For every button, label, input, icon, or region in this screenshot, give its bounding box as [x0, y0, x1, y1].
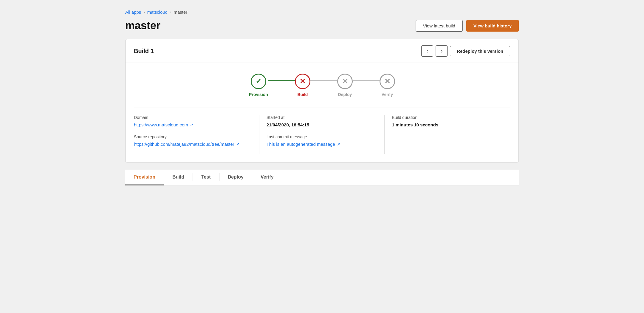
- page-title: master: [125, 19, 160, 32]
- info-grid: Domain https://www.matscloud.com ↗ Sourc…: [134, 108, 510, 154]
- domain-link[interactable]: https://www.matscloud.com ↗: [134, 122, 252, 127]
- duration-col: Build duration 1 minutes 10 seconds: [385, 115, 510, 154]
- domain-external-icon: ↗: [190, 123, 193, 127]
- commit-link[interactable]: This is an autogenerated message ↗: [267, 142, 377, 147]
- started-col: Started at 21/04/2020, 18:54:15 Last com…: [259, 115, 385, 154]
- build-card: Build 1 ‹ › Redeploy this version ✓ Prov…: [125, 39, 519, 162]
- pipeline: ✓ Provision ✕ Build ✕ Deploy ✕: [134, 74, 510, 97]
- card-header-actions: ‹ › Redeploy this version: [421, 45, 510, 57]
- repo-link[interactable]: https://github.com/mateja82/matscloud/tr…: [134, 142, 252, 147]
- step-verify: ✕ Verify: [380, 74, 395, 97]
- connector-1: [268, 80, 295, 81]
- duration-value: 1 minutes 10 seconds: [392, 122, 503, 127]
- card-body: ✓ Provision ✕ Build ✕ Deploy ✕: [126, 63, 518, 162]
- build-circle: ✕: [295, 74, 310, 89]
- commit-label: Last commit message: [267, 134, 377, 139]
- tab-build[interactable]: Build: [164, 170, 193, 185]
- connector-3: [353, 80, 380, 81]
- started-label: Started at: [267, 115, 377, 120]
- breadcrumb: All apps › matscloud › master: [125, 10, 519, 15]
- breadcrumb-all-apps[interactable]: All apps: [125, 10, 141, 15]
- verify-circle: ✕: [380, 74, 395, 89]
- step-deploy: ✕ Deploy: [337, 74, 353, 97]
- build-label: Build: [297, 92, 308, 97]
- provision-circle: ✓: [251, 74, 266, 89]
- breadcrumb-sep-2: ›: [170, 10, 171, 14]
- breadcrumb-branch: master: [174, 10, 187, 15]
- duration-label: Build duration: [392, 115, 503, 120]
- tab-test[interactable]: Test: [193, 170, 219, 185]
- provision-label: Provision: [249, 92, 268, 97]
- domain-label: Domain: [134, 115, 252, 120]
- verify-label: Verify: [382, 92, 393, 97]
- tabs-bar: Provision Build Test Deploy Verify: [125, 170, 519, 185]
- build-title: Build 1: [134, 48, 154, 55]
- repo-external-icon: ↗: [236, 142, 239, 146]
- deploy-circle: ✕: [337, 74, 353, 89]
- page-header: master View latest build View build hist…: [125, 19, 519, 32]
- commit-external-icon: ↗: [337, 142, 340, 146]
- repo-url-text: https://github.com/mateja82/matscloud/tr…: [134, 142, 234, 147]
- domain-col: Domain https://www.matscloud.com ↗ Sourc…: [134, 115, 259, 154]
- repo-label: Source repository: [134, 134, 252, 139]
- breadcrumb-app-name[interactable]: matscloud: [147, 10, 168, 15]
- step-build: ✕ Build: [295, 74, 310, 97]
- breadcrumb-sep-1: ›: [143, 10, 145, 14]
- view-build-history-button[interactable]: View build history: [466, 20, 519, 32]
- view-latest-build-button[interactable]: View latest build: [416, 20, 463, 32]
- step-provision: ✓ Provision: [249, 74, 268, 97]
- card-header: Build 1 ‹ › Redeploy this version: [126, 39, 518, 63]
- redeploy-button[interactable]: Redeploy this version: [450, 46, 510, 56]
- started-value: 21/04/2020, 18:54:15: [267, 122, 377, 127]
- connector-2: [310, 80, 337, 81]
- prev-build-button[interactable]: ‹: [421, 45, 433, 57]
- tab-provision[interactable]: Provision: [125, 170, 164, 185]
- header-actions: View latest build View build history: [416, 20, 519, 32]
- commit-text: This is an autogenerated message: [267, 142, 335, 147]
- tab-deploy[interactable]: Deploy: [219, 170, 252, 185]
- tab-verify[interactable]: Verify: [252, 170, 282, 185]
- next-build-button[interactable]: ›: [436, 45, 448, 57]
- tabs-section: Provision Build Test Deploy Verify: [125, 170, 519, 185]
- deploy-label: Deploy: [338, 92, 352, 97]
- domain-url-text: https://www.matscloud.com: [134, 122, 188, 127]
